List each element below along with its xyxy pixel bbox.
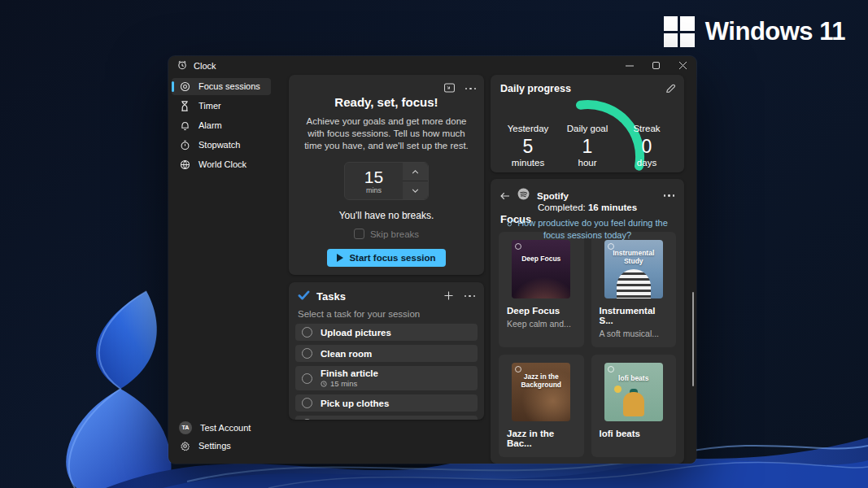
duration-value[interactable]: 15 (364, 168, 383, 185)
play-icon (337, 254, 343, 262)
titlebar: Clock (168, 56, 696, 75)
tasks-title: Tasks (316, 290, 346, 303)
sidebar-item-label: Alarm (198, 120, 222, 130)
window-title: Clock (194, 61, 216, 71)
close-button[interactable] (670, 56, 696, 75)
productivity-survey-link[interactable]: How productive do you feel during the fo… (502, 218, 673, 241)
sidebar-item-account[interactable]: TA Test Account (172, 419, 271, 436)
edit-goal-pencil-icon[interactable] (665, 82, 675, 97)
sidebar-item-label: World Clock (198, 159, 246, 169)
playlist-art: lofi beats (604, 363, 663, 421)
task-row[interactable]: Finish article 15 mins (295, 366, 478, 390)
clock-app-icon (177, 59, 187, 73)
task-radio[interactable] (302, 398, 312, 408)
playlist-art: Jazz in the Background (512, 363, 570, 421)
main-content: Ready, set, focus! Achieve your goals an… (275, 75, 696, 464)
spotify-logo-icon (517, 188, 530, 203)
stat-yesterday: Yesterday 5 minutes (501, 124, 555, 168)
tasks-more-icon[interactable] (465, 295, 476, 298)
windows-11-brand: Windows 11 (664, 16, 845, 47)
stat-streak: Streak 0 days (620, 124, 674, 168)
tasks-check-icon (298, 289, 310, 303)
playlist-tile-jazz-in-the-background[interactable]: Jazz in the Background Jazz in the Bac..… (499, 355, 584, 457)
duration-unit: mins (366, 186, 382, 194)
spotify-name: Spotify (537, 191, 569, 201)
tasks-card: Tasks Select a task for your session Upl… (289, 282, 484, 420)
clock-icon (321, 381, 327, 387)
sidebar-item-label: Timer (198, 101, 221, 111)
playlist-tile-deep-focus[interactable]: Deep Focus Deep Focus Keep calm and... (499, 232, 584, 347)
daily-progress-title: Daily progress (500, 83, 674, 94)
sidebar-item-label: Stopwatch (198, 140, 240, 150)
playlist-tile-lofi-beats[interactable]: lofi beats lofi beats (591, 355, 677, 457)
playlist-art: Instrumental Study (604, 240, 663, 298)
clock-app-window: Clock Focus sessions Timer Alarm (168, 56, 696, 464)
sidebar-item-world-clock[interactable]: World Clock (172, 156, 271, 173)
sidebar-item-label: Focus sessions (198, 81, 260, 91)
maximize-button[interactable] (643, 56, 670, 75)
focus-description: Achieve your goals and get more done wit… (303, 115, 470, 152)
task-row[interactable]: Pay bills (295, 416, 478, 420)
daily-progress-card: Daily progress Yesterday 5 minutes Daily… (491, 75, 684, 172)
playlist-tile-instrumental-study[interactable]: Instrumental Study Instrumental S... A s… (591, 232, 677, 347)
external-link-icon (507, 219, 515, 230)
add-task-icon[interactable] (444, 289, 453, 303)
duration-spinner: 15 mins (344, 162, 429, 200)
sidebar-item-timer[interactable]: Timer (172, 98, 271, 115)
task-row[interactable]: Pick up clothes (295, 394, 478, 412)
compact-overlay-icon[interactable] (444, 81, 455, 96)
focus-more-icon[interactable] (465, 88, 477, 90)
focus-title: Ready, set, focus! (303, 95, 470, 109)
skip-breaks-checkbox[interactable] (354, 229, 364, 239)
duration-decrease-button[interactable] (403, 181, 428, 199)
task-radio[interactable] (302, 348, 312, 359)
spotify-mini-logo-icon (515, 366, 521, 373)
sidebar-item-focus-sessions[interactable]: Focus sessions (172, 78, 271, 95)
bell-icon (179, 120, 190, 131)
task-radio[interactable] (302, 419, 312, 420)
account-avatar: TA (179, 421, 192, 434)
windows-11-wordmark: Windows 11 (705, 17, 845, 46)
spotify-mini-logo-icon (608, 366, 614, 373)
tasks-subtitle: Select a task for your session (298, 309, 475, 319)
hourglass-icon (179, 100, 190, 111)
skip-breaks-label: Skip breaks (370, 229, 419, 239)
duration-increase-button[interactable] (403, 163, 428, 181)
settings-label: Settings (198, 441, 231, 451)
back-arrow-icon[interactable] (500, 189, 510, 203)
start-focus-session-button[interactable]: Start focus session (327, 249, 445, 267)
sidebar-item-stopwatch[interactable]: Stopwatch (172, 137, 271, 154)
task-row[interactable]: Clean room (295, 345, 478, 362)
windows-logo-icon (664, 16, 695, 47)
sidebar-item-settings[interactable]: Settings (172, 438, 271, 455)
playlist-art: Deep Focus (512, 240, 570, 298)
breaks-note: You'll have no breaks. (303, 210, 470, 221)
spotify-more-icon[interactable] (664, 194, 675, 197)
spotify-mini-logo-icon (515, 243, 521, 250)
task-radio[interactable] (302, 373, 312, 384)
task-row[interactable]: Upload pictures (295, 324, 478, 341)
sidebar-item-alarm[interactable]: Alarm (172, 117, 271, 134)
task-radio[interactable] (302, 327, 312, 338)
gear-icon (179, 440, 190, 451)
focus-sessions-icon (179, 81, 190, 92)
globe-icon (179, 159, 190, 170)
focus-session-card: Ready, set, focus! Achieve your goals an… (289, 75, 484, 275)
minimize-button[interactable] (616, 56, 643, 75)
account-label: Test Account (200, 423, 251, 433)
task-duration: 15 mins (321, 379, 378, 388)
stopwatch-icon (179, 139, 190, 150)
sidebar: Focus sessions Timer Alarm Stopwatch Wor… (168, 75, 275, 464)
stat-daily-goal: Daily goal 1 hour (560, 124, 614, 168)
completed-minutes: Completed: 16 minutes (491, 203, 684, 212)
vertical-scrollbar[interactable] (692, 292, 694, 386)
